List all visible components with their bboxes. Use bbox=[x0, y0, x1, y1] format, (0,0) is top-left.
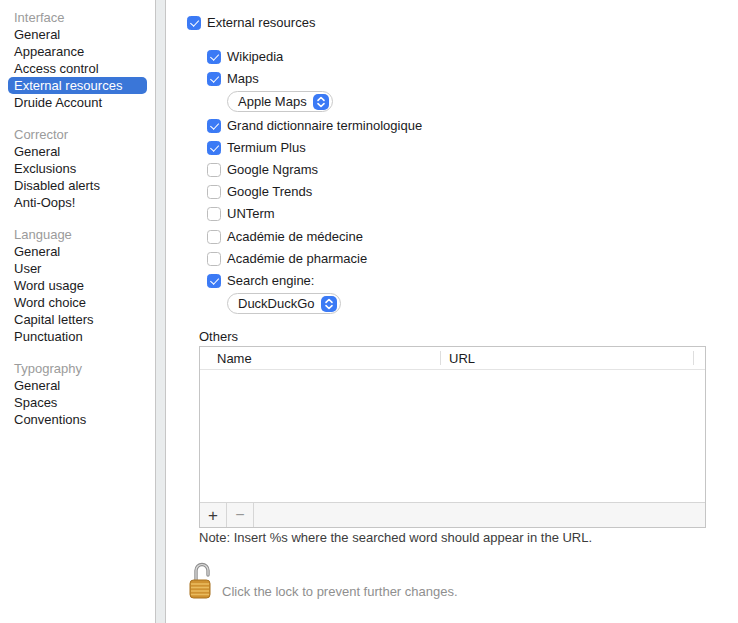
external-resources-label: External resources bbox=[207, 15, 315, 30]
others-table-toolbar: + − bbox=[200, 502, 705, 527]
sidebar-section-interface: Interface bbox=[0, 9, 155, 26]
sidebar: Interface General Appearance Access cont… bbox=[0, 0, 155, 623]
search-engine-value: DuckDuckGo bbox=[238, 296, 315, 311]
search-engine-label: Search engine: bbox=[227, 273, 314, 288]
sidebar-item-appearance[interactable]: Appearance bbox=[8, 43, 147, 60]
academie-medecine-label: Académie de médecine bbox=[227, 229, 363, 244]
sidebar-item-corrector-general[interactable]: General bbox=[8, 143, 147, 160]
column-header-url[interactable]: URL bbox=[449, 351, 475, 366]
others-table-body[interactable] bbox=[200, 370, 705, 502]
sidebar-item-disabled-alerts[interactable]: Disabled alerts bbox=[8, 177, 147, 194]
termium-checkbox[interactable] bbox=[207, 141, 221, 155]
settings-panel: External resources Wikipedia Maps Apple … bbox=[166, 0, 738, 623]
unterm-checkbox[interactable] bbox=[207, 207, 221, 221]
sidebar-section-typography: Typography bbox=[0, 360, 155, 377]
google-ngrams-checkbox[interactable] bbox=[207, 163, 221, 177]
academie-pharmacie-label: Académie de pharmacie bbox=[227, 251, 367, 266]
sidebar-item-interface-general[interactable]: General bbox=[8, 26, 147, 43]
sidebar-item-druide-account[interactable]: Druide Account bbox=[8, 94, 147, 111]
resource-row: Académie de pharmacie bbox=[207, 251, 367, 266]
google-trends-checkbox[interactable] bbox=[207, 185, 221, 199]
termium-label: Termium Plus bbox=[227, 140, 306, 155]
resource-row: UNTerm bbox=[207, 206, 275, 221]
sidebar-item-typography-general[interactable]: General bbox=[8, 377, 147, 394]
academie-medecine-checkbox[interactable] bbox=[207, 230, 221, 244]
search-engine-checkbox[interactable] bbox=[207, 274, 221, 288]
unlocked-lock-icon[interactable] bbox=[189, 560, 215, 602]
resource-row: Google Trends bbox=[207, 184, 312, 199]
external-resources-row: External resources bbox=[187, 15, 315, 30]
sidebar-item-exclusions[interactable]: Exclusions bbox=[8, 160, 147, 177]
gdt-label: Grand dictionnaire terminologique bbox=[227, 118, 422, 133]
search-engine-select[interactable]: DuckDuckGo bbox=[227, 293, 341, 314]
popup-stepper-icon bbox=[313, 94, 329, 110]
sidebar-item-spaces[interactable]: Spaces bbox=[8, 394, 147, 411]
resource-row: Maps bbox=[207, 71, 259, 86]
column-header-name[interactable]: Name bbox=[200, 351, 252, 366]
sidebar-item-punctuation[interactable]: Punctuation bbox=[8, 328, 147, 345]
gdt-checkbox[interactable] bbox=[207, 119, 221, 133]
resource-row: Termium Plus bbox=[207, 140, 306, 155]
google-ngrams-label: Google Ngrams bbox=[227, 162, 318, 177]
url-note: Note: Insert %s where the searched word … bbox=[199, 530, 592, 545]
unterm-label: UNTerm bbox=[227, 206, 275, 221]
add-resource-button[interactable]: + bbox=[200, 503, 227, 527]
sidebar-item-external-resources[interactable]: External resources bbox=[8, 77, 147, 94]
resource-row: Grand dictionnaire terminologique bbox=[207, 118, 422, 133]
sidebar-item-anti-oops[interactable]: Anti-Oops! bbox=[8, 194, 147, 211]
sidebar-item-access-control[interactable]: Access control bbox=[8, 60, 147, 77]
google-trends-label: Google Trends bbox=[227, 184, 312, 199]
others-label: Others bbox=[199, 329, 238, 344]
lock-hint-text: Click the lock to prevent further change… bbox=[222, 584, 458, 599]
maps-label: Maps bbox=[227, 71, 259, 86]
sidebar-item-word-choice[interactable]: Word choice bbox=[8, 294, 147, 311]
sidebar-section-corrector: Corrector bbox=[0, 126, 155, 143]
resource-row: Google Ngrams bbox=[207, 162, 318, 177]
others-table: Name URL + − bbox=[199, 346, 706, 528]
maps-provider-value: Apple Maps bbox=[238, 94, 307, 109]
resource-row: Wikipedia bbox=[207, 49, 283, 64]
wikipedia-label: Wikipedia bbox=[227, 49, 283, 64]
sidebar-item-word-usage[interactable]: Word usage bbox=[8, 277, 147, 294]
split-divider[interactable] bbox=[155, 0, 166, 623]
sidebar-item-user[interactable]: User bbox=[8, 260, 147, 277]
external-resources-checkbox[interactable] bbox=[187, 16, 201, 30]
maps-checkbox[interactable] bbox=[207, 72, 221, 86]
popup-stepper-icon bbox=[321, 296, 337, 312]
maps-provider-select[interactable]: Apple Maps bbox=[227, 91, 333, 112]
sidebar-item-conventions[interactable]: Conventions bbox=[8, 411, 147, 428]
resource-row: Académie de médecine bbox=[207, 229, 363, 244]
academie-pharmacie-checkbox[interactable] bbox=[207, 252, 221, 266]
sidebar-item-language-general[interactable]: General bbox=[8, 243, 147, 260]
others-table-header: Name URL bbox=[200, 347, 705, 370]
remove-resource-button[interactable]: − bbox=[227, 503, 254, 527]
resource-row: Search engine: bbox=[207, 273, 314, 288]
sidebar-section-language: Language bbox=[0, 226, 155, 243]
sidebar-item-capital-letters[interactable]: Capital letters bbox=[8, 311, 147, 328]
wikipedia-checkbox[interactable] bbox=[207, 50, 221, 64]
